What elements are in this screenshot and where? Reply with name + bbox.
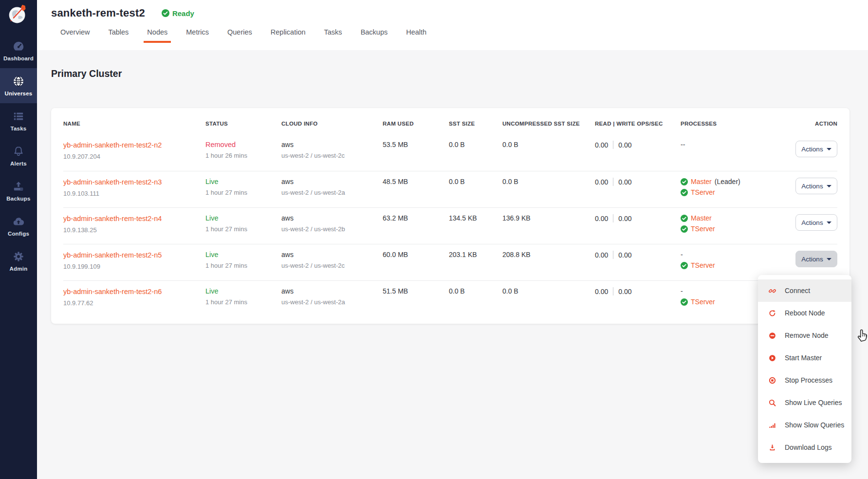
column-header: STATUS [205,121,281,127]
menu-item-show-live-queries[interactable]: Show Live Queries [758,391,851,414]
backups-icon [12,180,25,193]
uncompressed-sst-cell: 208.8 KB [502,251,595,258]
process-line: - [681,251,778,258]
status-cell: Live1 hour 27 mins [205,214,281,233]
tab-metrics[interactable]: Metrics [177,21,218,43]
uncompressed-sst-cell: 136.9 KB [502,214,595,222]
node-status: Removed [205,141,281,148]
menu-item-stop-processes[interactable]: Stop Processes [758,369,851,391]
node-name-link[interactable]: yb-admin-sanketh-rem-test2-n4 [63,215,162,222]
app-logo[interactable] [0,0,37,30]
node-name-link[interactable]: yb-admin-sanketh-rem-test2-n6 [63,288,162,295]
tab-overview[interactable]: Overview [51,21,99,43]
process-label[interactable]: TServer [691,298,715,306]
menu-item-label: Reboot Node [785,309,825,317]
process-line: TServer [681,261,778,269]
cursor-pointer-icon [856,326,868,343]
sidebar-item-universes[interactable]: Universes [0,68,37,103]
sidebar-item-tasks[interactable]: Tasks [0,103,37,138]
cloud-info-cell: awsus-west-2 / us-west-2c [281,141,383,159]
process-line: -- [681,141,778,148]
status-badge: Ready [162,9,194,18]
node-uptime: 1 hour 27 mins [205,298,281,306]
menu-item-start-master[interactable]: Start Master [758,347,851,369]
sst-size-cell: 134.5 KB [449,214,502,222]
process-label: - [681,287,683,295]
status-cell: Live1 hour 27 mins [205,251,281,269]
table-row: yb-admin-sanketh-rem-test2-n310.9.103.11… [63,171,837,207]
check-circle-icon [681,215,688,222]
cloud-info-cell: awsus-west-2 / us-west-2a [281,287,383,306]
processes-cell: MasterTServer [681,214,778,236]
read-ops: 0.00 [595,178,608,186]
sidebar-item-alerts[interactable]: Alerts [0,138,37,173]
process-label[interactable]: TServer [691,225,715,233]
ram-used-cell: 51.5 MB [383,287,449,295]
actions-button[interactable]: Actions [795,178,837,194]
sidebar-item-configs[interactable]: Configs [0,208,37,243]
menu-item-label: Remove Node [785,332,829,339]
name-cell: yb-admin-sanketh-rem-test2-n310.9.103.11… [63,178,205,197]
actions-button[interactable]: Actions [795,214,837,231]
process-line: TServer [681,188,778,196]
search-icon [768,399,776,407]
tab-tables[interactable]: Tables [99,21,138,43]
table-header-row: NAMESTATUSCLOUD INFORAM USEDSST SIZEUNCO… [63,113,837,134]
action-cell: Actions [778,251,837,267]
menu-item-download-logs[interactable]: Download Logs [758,436,851,459]
sidebar-item-backups[interactable]: Backups [0,173,37,208]
process-label[interactable]: TServer [691,188,715,196]
tab-health[interactable]: Health [397,21,436,43]
cloud-provider: aws [281,214,383,222]
node-status: Live [205,214,281,222]
column-header: SST SIZE [449,121,502,127]
sst-size-cell: 0.0 B [449,287,502,295]
cloud-region: us-west-2 / us-west-2c [281,262,383,269]
menu-item-remove-node[interactable]: Remove Node [758,324,851,347]
process-suffix: (Leader) [715,178,740,185]
write-ops: 0.00 [618,141,631,149]
ops-divider [613,178,613,186]
tab-replication[interactable]: Replication [261,21,315,43]
process-line: Master (Leader) [681,178,778,185]
node-uptime: 1 hour 27 mins [205,225,281,233]
menu-item-show-slow-queries[interactable]: Show Slow Queries [758,414,851,436]
tab-backups[interactable]: Backups [351,21,397,43]
read-write-ops-cell: 0.000.00 [595,251,681,259]
sidebar-item-dashboard[interactable]: Dashboard [0,33,37,68]
main-area: sanketh-rem-test2 Ready OverviewTablesNo… [37,0,868,479]
ram-used-cell: 60.0 MB [383,251,449,258]
process-label[interactable]: TServer [691,261,715,269]
menu-item-reboot-node[interactable]: Reboot Node [758,302,851,324]
tab-nodes[interactable]: Nodes [138,21,177,43]
menu-item-label: Show Live Queries [785,399,842,406]
name-cell: yb-admin-sanketh-rem-test2-n510.9.199.10… [63,251,205,270]
process-label[interactable]: Master [691,178,712,185]
processes-cell: -TServer [681,251,778,272]
actions-button[interactable]: Actions [795,251,837,267]
tab-queries[interactable]: Queries [218,21,261,43]
tasks-icon [12,110,25,123]
caret-down-icon [827,221,831,224]
check-circle-icon [681,189,688,196]
read-ops: 0.00 [595,215,608,222]
process-label[interactable]: Master [691,214,712,222]
menu-item-label: Stop Processes [785,376,832,384]
tab-tasks[interactable]: Tasks [315,21,351,43]
actions-button[interactable]: Actions [795,141,837,157]
yugabyte-logo-icon [4,1,33,29]
menu-item-connect[interactable]: Connect [758,279,851,302]
ram-used-cell: 53.5 MB [383,141,449,148]
column-header: ACTION [778,121,837,127]
read-write-ops-cell: 0.000.00 [595,287,681,295]
sidebar-item-admin[interactable]: Admin [0,243,37,278]
node-name-link[interactable]: yb-admin-sanketh-rem-test2-n3 [63,178,162,186]
write-ops: 0.00 [618,215,631,222]
processes-cell: Master (Leader)TServer [681,178,778,199]
sidebar-item-label: Admin [10,266,28,272]
action-cell: Actions [778,214,837,231]
node-name-link[interactable]: yb-admin-sanketh-rem-test2-n2 [63,141,162,149]
node-ip: 10.9.103.111 [63,190,205,197]
node-name-link[interactable]: yb-admin-sanketh-rem-test2-n5 [63,251,162,259]
ops-divider [613,251,613,259]
